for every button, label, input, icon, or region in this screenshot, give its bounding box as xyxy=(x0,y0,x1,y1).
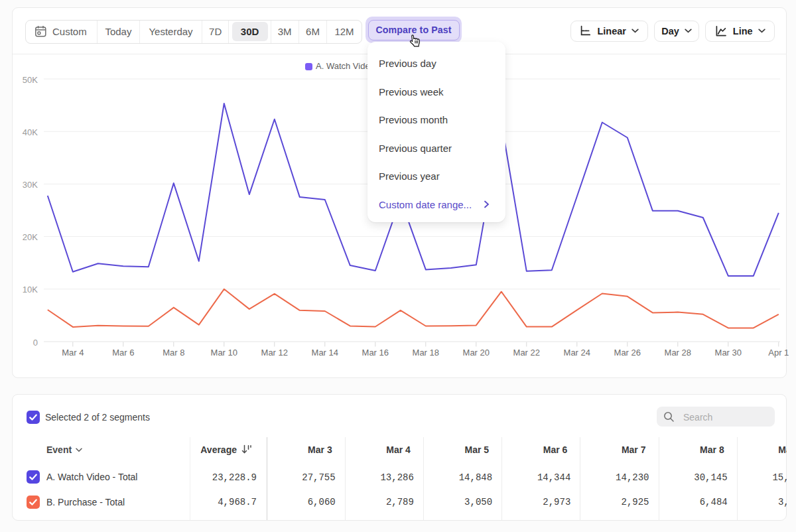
svg-text:Mar 20: Mar 20 xyxy=(463,348,490,358)
svg-text:Mar 26: Mar 26 xyxy=(614,348,641,358)
svg-text:Mar 12: Mar 12 xyxy=(261,348,288,358)
svg-text:30K: 30K xyxy=(23,180,38,190)
svg-text:Mar 28: Mar 28 xyxy=(665,348,691,358)
svg-text:40K: 40K xyxy=(23,127,38,137)
svg-text:Mar 16: Mar 16 xyxy=(362,348,389,358)
svg-text:50K: 50K xyxy=(23,75,38,85)
svg-text:Mar 4: Mar 4 xyxy=(62,348,84,358)
svg-text:20K: 20K xyxy=(23,232,38,242)
svg-text:Mar 14: Mar 14 xyxy=(312,348,338,358)
svg-text:0: 0 xyxy=(33,338,38,348)
svg-text:Mar 18: Mar 18 xyxy=(413,348,439,358)
svg-text:Mar 6: Mar 6 xyxy=(112,348,134,358)
svg-text:Mar 8: Mar 8 xyxy=(163,348,184,358)
svg-text:Mar 30: Mar 30 xyxy=(715,348,742,358)
svg-text:10K: 10K xyxy=(23,285,38,295)
svg-text:Mar 10: Mar 10 xyxy=(211,348,237,358)
svg-text:Mar 24: Mar 24 xyxy=(564,348,590,358)
svg-text:Apr 1: Apr 1 xyxy=(768,348,789,358)
svg-text:Mar 22: Mar 22 xyxy=(513,348,540,358)
